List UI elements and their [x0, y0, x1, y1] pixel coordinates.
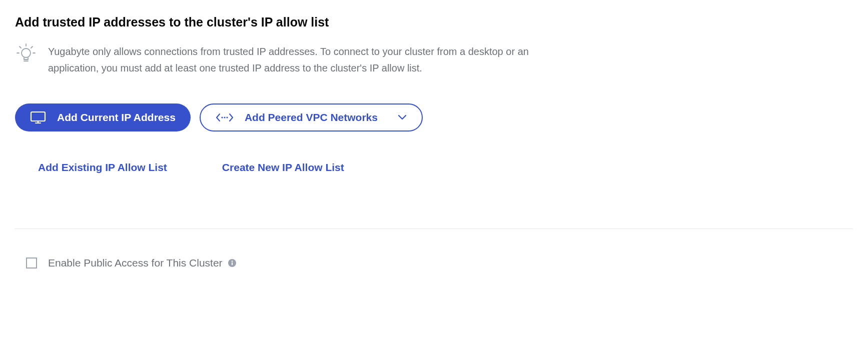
add-peered-vpc-button[interactable]: Add Peered VPC Networks — [200, 104, 423, 132]
lightbulb-icon — [15, 42, 37, 64]
divider — [15, 228, 853, 229]
enable-public-access-checkbox[interactable] — [26, 258, 37, 268]
info-description: Yugabyte only allows connections from tr… — [48, 44, 548, 76]
svg-point-6 — [231, 260, 233, 262]
monitor-icon — [30, 110, 46, 124]
info-circle-icon[interactable] — [228, 258, 237, 268]
info-row: Yugabyte only allows connections from tr… — [15, 44, 853, 76]
button-row: Add Current IP Address Add Peered VPC Ne… — [15, 104, 853, 132]
link-row: Add Existing IP Allow List Create New IP… — [15, 162, 853, 174]
svg-rect-7 — [232, 262, 233, 266]
svg-point-4 — [226, 116, 228, 118]
svg-point-2 — [221, 116, 223, 118]
add-current-ip-button[interactable]: Add Current IP Address — [15, 104, 191, 132]
page-title: Add trusted IP addresses to the cluster'… — [15, 15, 853, 30]
svg-rect-1 — [31, 112, 45, 121]
enable-public-access-row: Enable Public Access for This Cluster — [15, 257, 853, 269]
add-current-ip-label: Add Current IP Address — [57, 112, 176, 124]
add-existing-link[interactable]: Add Existing IP Allow List — [38, 162, 167, 174]
create-new-link[interactable]: Create New IP Allow List — [222, 162, 344, 174]
network-icon — [216, 112, 234, 123]
svg-point-3 — [224, 116, 225, 118]
svg-point-0 — [22, 48, 31, 58]
enable-public-access-text: Enable Public Access for This Cluster — [48, 257, 223, 269]
add-peered-vpc-label: Add Peered VPC Networks — [245, 112, 378, 124]
chevron-down-icon — [398, 114, 407, 120]
enable-public-access-label: Enable Public Access for This Cluster — [48, 257, 237, 269]
